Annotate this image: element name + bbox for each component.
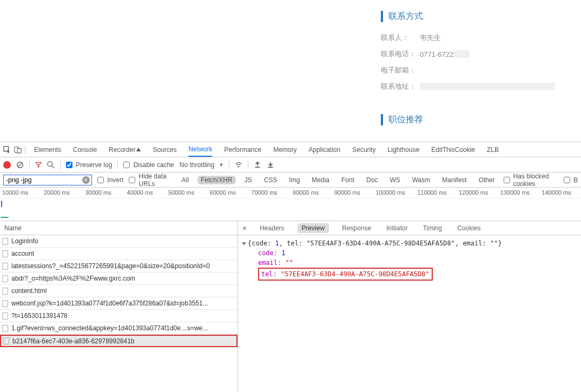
filter-input[interactable] (6, 176, 89, 184)
search-icon[interactable] (47, 161, 55, 169)
json-email-line[interactable]: email: "" (242, 258, 577, 268)
invert-group[interactable]: Invert (97, 176, 123, 184)
type-other[interactable]: Other (476, 176, 498, 184)
tab-performance[interactable]: Performance (224, 142, 261, 157)
request-list[interactable]: LoginInfo account latestsessions?_=45221… (0, 235, 237, 392)
tab-memory[interactable]: Memory (273, 142, 296, 157)
detail-tab-preview[interactable]: Preview (298, 223, 329, 233)
close-detail-icon[interactable]: × (242, 224, 247, 232)
redacted-phone (453, 50, 470, 58)
detail-tab-headers[interactable]: Headers (258, 221, 286, 235)
disable-cache-label: Disable cache (133, 161, 174, 169)
has-blocked-cookies-checkbox[interactable] (504, 177, 510, 183)
tab-editthiscookie[interactable]: EditThisCookie (431, 142, 475, 157)
webpage-content: 联系方式 联系人： 韦先生 联系电话： 0771-6722 电子邮箱： 联系地址… (375, 0, 581, 142)
request-row[interactable]: ?t=1653011391478 (0, 310, 237, 322)
tab-elements[interactable]: Elements (34, 142, 61, 157)
blocked-requests-checkbox[interactable] (564, 177, 570, 183)
tab-recorder[interactable]: Recorder (109, 142, 141, 157)
type-css[interactable]: CSS (261, 176, 281, 184)
preserve-log-group[interactable]: Preserve log (66, 161, 112, 169)
filter-icon[interactable] (35, 162, 42, 168)
detail-tab-initiator[interactable]: Initiator (384, 221, 410, 235)
request-row[interactable]: content.html (0, 285, 237, 297)
disable-cache-checkbox[interactable] (123, 162, 130, 168)
type-img[interactable]: Img (286, 176, 303, 184)
timeline-body[interactable] (0, 198, 581, 221)
request-row[interactable]: latestsessions?_=452215677265991&page=0&… (0, 260, 237, 273)
request-row[interactable]: LoginInfo (0, 235, 237, 248)
type-fetch-xhr[interactable]: Fetch/XHR (197, 176, 236, 184)
json-preview[interactable]: {code: 1, tel: "57EE4AF3-63D4-490A-A75C-… (238, 235, 581, 284)
type-ws[interactable]: WS (386, 176, 403, 184)
contact-person-label: 联系人： (381, 33, 420, 43)
tab-network[interactable]: Network (188, 142, 212, 157)
detail-tab-response[interactable]: Response (340, 221, 373, 235)
tl-label-3: 40000 ms (124, 188, 166, 198)
divider (25, 145, 25, 154)
preserve-log-checkbox[interactable] (66, 162, 72, 168)
tab-sources[interactable]: Sources (153, 142, 176, 157)
export-har-icon[interactable] (267, 161, 274, 169)
type-all[interactable]: All (179, 176, 192, 184)
divider (117, 161, 118, 169)
type-doc[interactable]: Doc (363, 176, 381, 184)
contact-phone-label: 联系电话： (381, 49, 420, 59)
name-header[interactable]: Name (0, 221, 237, 235)
request-row-selected[interactable]: b2147f6a-6ec7-403e-a836-62978992841b (0, 335, 237, 347)
tl-label-5: 60000 ms (208, 188, 249, 198)
webpage-area: 联系方式 联系人： 韦先生 联系电话： 0771-6722 电子邮箱： 联系地址… (0, 0, 581, 142)
json-tel-line[interactable]: tel: "57EE4AF3-63D4-490A-A75C-98D4E5AFA5… (242, 268, 577, 281)
contact-email-row: 电子邮箱： (381, 65, 576, 75)
file-icon (2, 263, 8, 270)
request-row[interactable]: account (0, 248, 237, 260)
clear-icon[interactable] (16, 161, 24, 169)
request-row[interactable]: abdr?_o=https%3A%2F%2Fwww.gxrc.com (0, 273, 237, 285)
throttling-select[interactable]: No throttling ▼ (180, 161, 224, 169)
request-list-panel: Name LoginInfo account latestsessions?_=… (0, 221, 238, 392)
timeline-dash (1, 214, 9, 215)
filter-input-wrap[interactable]: ✕ (3, 175, 92, 185)
timeline-labels: 10000 ms 20000 ms 30000 ms 40000 ms 5000… (0, 188, 581, 198)
blocked-requests-group[interactable]: B (564, 176, 578, 184)
json-code-line[interactable]: code: 1 (242, 248, 577, 258)
network-panels: Name LoginInfo account latestsessions?_=… (0, 221, 581, 392)
contact-address-label: 联系地址： (381, 82, 420, 91)
network-conditions-icon[interactable] (235, 161, 242, 169)
clear-filter-icon[interactable]: ✕ (82, 176, 90, 184)
request-row[interactable]: webconf.jsp?k=1d401393a0774f1d0e6f7a375f… (0, 297, 237, 310)
disclosure-triangle-icon[interactable] (242, 242, 246, 245)
invert-checkbox[interactable] (97, 177, 104, 183)
svg-rect-2 (17, 148, 21, 153)
tab-lighthouse[interactable]: Lighthouse (388, 142, 420, 157)
detail-tab-cookies[interactable]: Cookies (455, 221, 483, 235)
type-wasm[interactable]: Wasm (409, 176, 434, 184)
hide-data-urls-group[interactable]: Hide data URLs (129, 172, 173, 188)
type-js[interactable]: JS (241, 176, 255, 184)
json-summary[interactable]: {code: 1, tel: "57EE4AF3-63D4-490A-A75C-… (242, 238, 577, 248)
record-icon[interactable] (3, 161, 11, 169)
has-blocked-cookies-group[interactable]: Has blocked cookies (504, 172, 558, 188)
tab-security[interactable]: Security (352, 142, 375, 157)
tab-zlb[interactable]: ZLB (487, 142, 499, 157)
contact-header: 联系方式 (381, 11, 576, 22)
tl-label-10: 110000 ms (415, 188, 457, 198)
request-row[interactable]: 1.gif?event=ws_connected&appkey=1d401393… (0, 322, 237, 335)
disable-cache-group[interactable]: Disable cache (123, 161, 174, 169)
request-detail-panel: × Headers Preview Response Initiator Tim… (238, 221, 581, 392)
timeline[interactable]: 10000 ms 20000 ms 30000 ms 40000 ms 5000… (0, 188, 581, 221)
device-toggle-icon[interactable] (14, 146, 22, 154)
type-font[interactable]: Font (338, 176, 358, 184)
import-har-icon[interactable] (254, 161, 261, 169)
detail-tab-timing[interactable]: Timing (421, 221, 445, 235)
tab-console[interactable]: Console (73, 142, 97, 157)
tl-label-13: 140000 ms (539, 188, 581, 198)
divider (248, 161, 248, 169)
hide-data-urls-checkbox[interactable] (129, 177, 135, 183)
type-media[interactable]: Media (308, 176, 333, 184)
detail-tabs: × Headers Preview Response Initiator Tim… (238, 221, 581, 235)
tl-label-6: 70000 ms (249, 188, 290, 198)
tab-application[interactable]: Application (309, 142, 341, 157)
inspect-element-icon[interactable] (3, 146, 11, 154)
type-manifest[interactable]: Manifest (439, 176, 470, 184)
